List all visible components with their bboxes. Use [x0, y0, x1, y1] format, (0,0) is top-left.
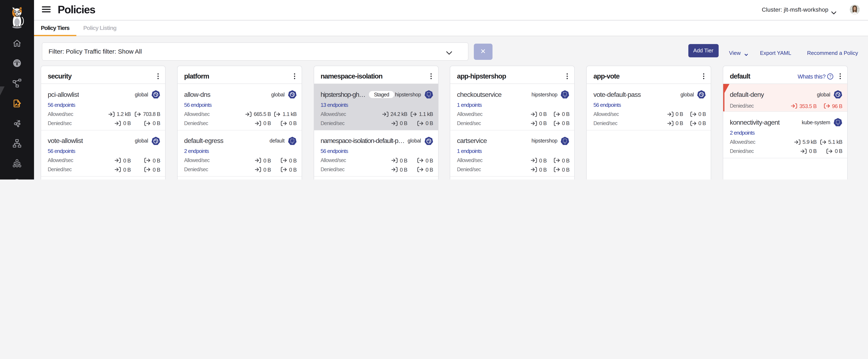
- svg-text:ns: ns: [564, 96, 566, 98]
- svg-text:ns: ns: [291, 142, 293, 144]
- svg-text:ns: ns: [837, 124, 839, 125]
- svg-text:ns: ns: [428, 96, 429, 98]
- svg-text:ns: ns: [564, 142, 566, 144]
- svg-text:?: ?: [829, 74, 831, 78]
